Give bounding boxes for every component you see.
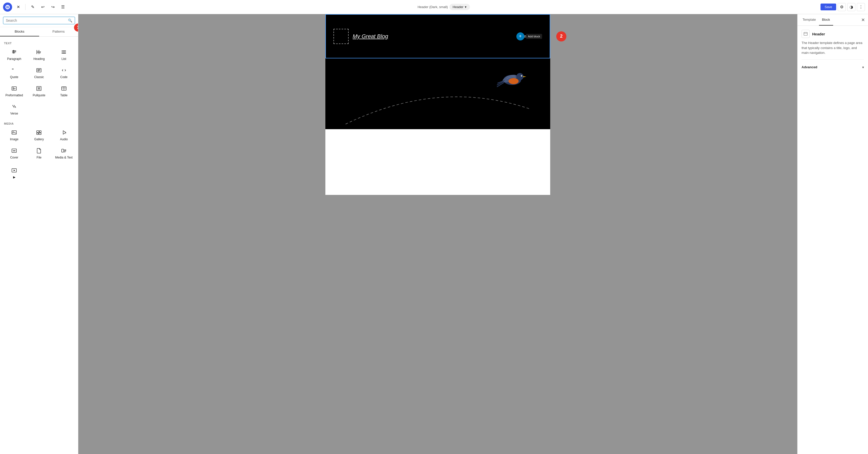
block-image[interactable]: Image	[2, 126, 26, 144]
block-cover[interactable]: Cover	[2, 144, 26, 162]
list-label: List	[61, 57, 66, 61]
sidebar-left: 🔍 Blocks Patterns 1 TEXT Paragraph	[0, 14, 78, 454]
text-blocks-grid: Paragraph Heading List "	[2, 46, 76, 118]
quote-icon: "	[10, 67, 18, 74]
svg-rect-18	[37, 71, 39, 71]
svg-rect-24	[37, 87, 40, 88]
block-classic[interactable]: Classic	[27, 64, 51, 82]
advanced-label: Advanced	[802, 65, 817, 69]
block-gallery[interactable]: Gallery	[27, 126, 51, 144]
svg-point-31	[13, 132, 13, 132]
more-options-button[interactable]: ⋮	[857, 3, 865, 11]
svg-rect-16	[37, 69, 40, 70]
heading-label: Heading	[33, 57, 45, 61]
topbar: W ✕ ✎ ↩ ↪ ☰ Header (Dark, small) Header …	[0, 0, 868, 14]
add-block-button[interactable]: +	[516, 32, 524, 40]
svg-rect-6	[39, 52, 41, 52]
divider	[802, 59, 864, 60]
advanced-row[interactable]: Advanced ▾	[802, 63, 864, 72]
add-block-tooltip: Add block	[526, 34, 542, 39]
undo-button[interactable]: ↩	[39, 3, 47, 11]
block-video[interactable]: ▶	[2, 164, 26, 182]
block-code[interactable]: Code	[52, 64, 76, 82]
block-audio[interactable]: ♪ Audio	[52, 126, 76, 144]
block-heading[interactable]: Heading	[27, 46, 51, 63]
save-button[interactable]: Save	[820, 3, 836, 10]
search-input-wrap: 🔍	[3, 17, 75, 24]
right-panel-content: Header The Header template defines a pag…	[798, 26, 868, 454]
svg-rect-7	[39, 53, 41, 53]
section-label-text: TEXT	[2, 40, 76, 46]
svg-point-61	[508, 78, 519, 84]
tab-block[interactable]: Block	[819, 14, 833, 26]
edit-icon[interactable]: ✎	[29, 3, 37, 11]
tab-bar: Blocks Patterns	[0, 27, 78, 37]
tab-blocks[interactable]: Blocks	[0, 27, 39, 36]
file-icon	[35, 147, 42, 154]
blocks-list: TEXT Paragraph Heading	[0, 37, 78, 454]
svg-rect-26	[37, 89, 40, 89]
svg-rect-12	[61, 52, 62, 52]
block-list[interactable]: List	[52, 46, 76, 63]
search-box: 🔍	[0, 14, 78, 27]
verse-label: Verse	[10, 112, 18, 115]
svg-rect-41	[64, 150, 66, 150]
svg-rect-3	[12, 52, 16, 52]
header-block-icon	[802, 30, 810, 38]
canvas: Header Replace	[78, 14, 797, 454]
media-blocks-grid: Image Gallery ♪ Audio	[2, 126, 76, 162]
search-icon: 🔍	[68, 19, 72, 23]
block-pullquote[interactable]: Pullquote	[27, 82, 51, 100]
settings-button[interactable]: ⚙	[838, 3, 846, 11]
close-panel-button[interactable]: ✕	[860, 16, 866, 24]
breadcrumb-label: Header	[453, 5, 464, 9]
cover-block[interactable]	[326, 58, 550, 129]
block-file[interactable]: File	[27, 144, 51, 162]
close-button[interactable]: ✕	[14, 3, 22, 11]
svg-rect-40	[62, 149, 64, 152]
search-input[interactable]	[6, 19, 66, 23]
svg-rect-64	[804, 32, 807, 35]
cover-label: Cover	[10, 156, 18, 159]
code-icon	[60, 67, 67, 74]
svg-rect-8	[62, 51, 66, 51]
section-label-media: MEDIA	[2, 120, 76, 126]
tab-template[interactable]: Template	[800, 14, 819, 26]
table-icon	[60, 85, 67, 92]
svg-marker-45	[13, 170, 15, 171]
block-verse[interactable]: Verse	[2, 101, 26, 118]
tab-patterns[interactable]: Patterns	[39, 27, 78, 36]
svg-rect-10	[62, 53, 66, 54]
breadcrumb-chip[interactable]: Header ▾	[450, 4, 470, 10]
svg-point-63	[522, 76, 522, 76]
svg-point-60	[516, 73, 523, 80]
right-panel-desc: The Header template defines a page area …	[802, 40, 864, 55]
svg-rect-2	[12, 51, 16, 51]
list-view-button[interactable]: ☰	[59, 3, 67, 11]
header-block[interactable]: My Great Blog Sample Page + Add block 2	[326, 14, 550, 58]
block-preformatted[interactable]: Preformatted	[2, 82, 26, 100]
right-panel-header: Header	[802, 30, 864, 38]
media-text-label: Media & Text	[55, 156, 72, 159]
wp-logo-icon[interactable]: W	[3, 2, 12, 11]
video-label: ▶	[13, 175, 16, 179]
svg-point-5	[13, 50, 14, 51]
site-title[interactable]: My Great Blog	[353, 33, 518, 40]
heading-icon	[35, 49, 42, 56]
svg-rect-39	[13, 151, 15, 151]
code-label: Code	[60, 75, 67, 79]
pullquote-icon	[35, 85, 42, 92]
block-quote[interactable]: " Quote	[2, 64, 26, 82]
appearance-button[interactable]: ◑	[847, 3, 856, 11]
cover-icon	[10, 147, 18, 154]
right-panel-title: Header	[812, 32, 825, 36]
image-icon	[10, 129, 18, 136]
preformatted-label: Preformatted	[5, 93, 23, 97]
block-paragraph[interactable]: Paragraph	[2, 46, 26, 63]
block-table[interactable]: Table	[52, 82, 76, 100]
site-logo[interactable]	[334, 29, 349, 44]
preformatted-icon	[10, 85, 18, 92]
redo-button[interactable]: ↪	[49, 3, 57, 11]
block-media-text[interactable]: Media & Text	[52, 144, 76, 162]
svg-rect-11	[61, 51, 62, 51]
